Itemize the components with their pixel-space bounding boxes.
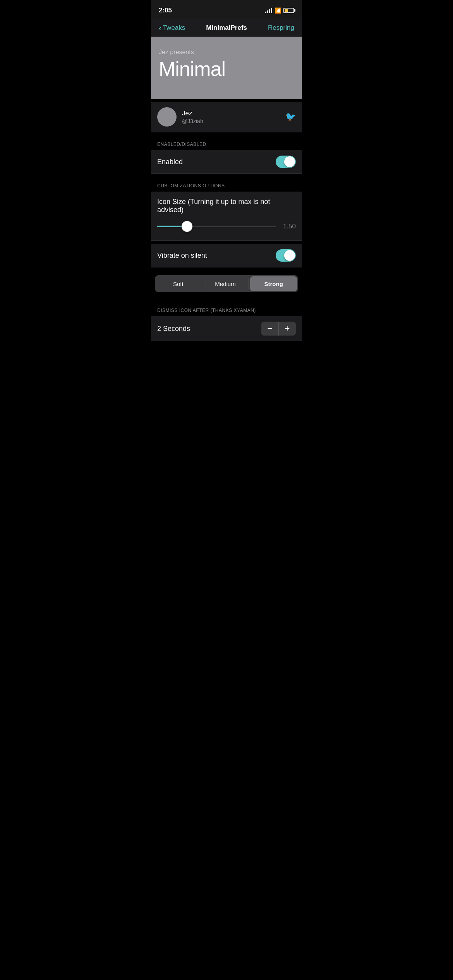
avatar <box>157 107 177 127</box>
wifi-icon: 📶 <box>275 7 281 14</box>
hero-title: Minimal <box>159 57 294 81</box>
slider-thumb[interactable] <box>182 221 192 232</box>
vibrate-toggle-thumb <box>284 250 295 261</box>
segment-soft[interactable]: Soft <box>155 275 202 292</box>
respring-button[interactable]: Respring <box>268 24 294 32</box>
nav-title: MinimalPrefs <box>206 24 247 32</box>
icon-size-section: Icon Size (Turning it up to max is not a… <box>151 192 302 241</box>
segment-divider-2 <box>249 279 249 289</box>
vibrate-label: Vibrate on silent <box>157 252 207 260</box>
chevron-left-icon: ‹ <box>159 24 161 32</box>
twitter-icon[interactable]: 🐦 <box>285 112 296 122</box>
stepper-minus-button[interactable]: − <box>261 322 278 336</box>
dismiss-section-label: DISMISS ICON AFTER (THANKS XYAMAN) <box>151 302 302 316</box>
section-divider-4 <box>151 241 302 244</box>
slider-value: 1.50 <box>280 223 296 230</box>
vibrate-row: Vibrate on silent <box>151 244 302 267</box>
enabled-label: Enabled <box>157 158 183 166</box>
dismiss-value-label: 2 Seconds <box>157 325 190 333</box>
author-name: Jez <box>182 110 285 117</box>
segment-soft-label: Soft <box>173 281 184 287</box>
back-button[interactable]: ‹ Tweaks <box>159 24 185 32</box>
segment-medium[interactable]: Medium <box>202 275 249 292</box>
nav-bar: ‹ Tweaks MinimalPrefs Respring <box>151 19 302 37</box>
hero-subtitle: Jez presents <box>159 49 294 56</box>
back-label: Tweaks <box>163 24 185 32</box>
vibrate-toggle[interactable] <box>276 249 296 262</box>
stepper-row: 2 Seconds − + <box>151 316 302 341</box>
icon-size-label: Icon Size (Turning it up to max is not a… <box>157 198 296 214</box>
section-divider-1 <box>151 99 302 102</box>
segment-container: Soft Medium Strong <box>151 271 302 298</box>
stepper-plus-button[interactable]: + <box>279 322 296 336</box>
section-divider-5 <box>151 267 302 271</box>
slider-row: 1.50 <box>157 220 296 233</box>
status-icons: 📶 <box>265 7 294 14</box>
hero-banner: Jez presents Minimal <box>151 37 302 99</box>
author-row: Jez @J3ziah 🐦 <box>151 102 302 132</box>
status-bar: 2:05 📶 <box>151 0 302 19</box>
battery-icon <box>283 8 294 13</box>
section-divider-3 <box>151 174 302 177</box>
enabled-row: Enabled <box>151 150 302 174</box>
slider-track-container[interactable] <box>157 220 276 233</box>
vibration-strength-segment: Soft Medium Strong <box>155 275 298 292</box>
section-divider-6 <box>151 298 302 302</box>
segment-strong[interactable]: Strong <box>250 276 297 291</box>
enabled-toggle[interactable] <box>276 156 296 168</box>
signal-bars-icon <box>265 8 272 13</box>
slider-track <box>157 226 276 227</box>
section-divider-2 <box>151 132 302 135</box>
segment-medium-label: Medium <box>215 281 235 287</box>
customizations-section-label: CUSTOMIZATIONS OPTIONS <box>151 177 302 192</box>
segment-strong-label: Strong <box>264 281 283 287</box>
author-handle: @J3ziah <box>182 118 285 124</box>
battery-fill <box>285 9 288 12</box>
dismiss-stepper: − + <box>261 322 296 336</box>
enabled-section-label: ENABLED/DISABLED <box>151 135 302 150</box>
status-time: 2:05 <box>159 7 172 14</box>
author-info: Jez @J3ziah <box>182 110 285 124</box>
toggle-thumb <box>284 156 295 167</box>
